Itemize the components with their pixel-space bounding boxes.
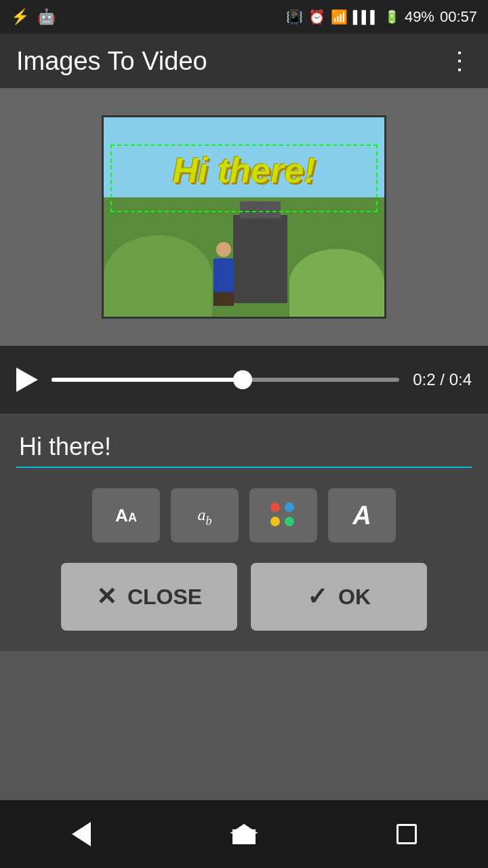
nav-home-button[interactable] <box>217 814 271 854</box>
alarm-icon: ⏰ <box>308 9 325 25</box>
play-button[interactable] <box>16 368 38 392</box>
video-text-overlay: Hi there! <box>117 151 371 190</box>
progress-fill <box>52 378 243 382</box>
nav-back-button[interactable] <box>54 814 108 854</box>
ok-label: OK <box>338 585 371 610</box>
battery-percent: 49% <box>405 8 434 26</box>
hill-right <box>289 249 384 317</box>
font-style-icon: ab <box>198 503 212 528</box>
font-size-button[interactable]: AA <box>92 488 160 542</box>
close-label: CLOSE <box>127 585 202 610</box>
font-size-icon: AA <box>115 505 137 526</box>
nav-bar <box>0 800 488 868</box>
close-icon: ✕ <box>96 583 117 611</box>
ok-button[interactable]: ✓ OK <box>251 563 427 631</box>
recents-icon <box>396 824 417 844</box>
clock: 00:57 <box>440 8 477 26</box>
status-bar: ⚡ 🤖 📳 ⏰ 📶 ▌▌▌ 🔋 49% 00:57 <box>0 0 488 34</box>
action-buttons: ✕ CLOSE ✓ OK <box>0 556 488 651</box>
video-background: Hi there! <box>104 117 384 317</box>
home-icon <box>232 824 256 844</box>
person-body <box>214 258 234 292</box>
progress-track <box>52 378 399 382</box>
text-style-icon: A <box>352 501 371 530</box>
more-menu-button[interactable]: ⋮ <box>447 47 472 75</box>
android-icon: 🤖 <box>37 8 56 26</box>
status-right-icons: 📳 ⏰ 📶 ▌▌▌ 🔋 49% 00:57 <box>286 8 477 26</box>
color-picker-button[interactable] <box>249 488 317 542</box>
hill-left <box>104 235 212 317</box>
time-display: 0:2 / 0:4 <box>413 370 472 389</box>
playback-bar: 0:2 / 0:4 <box>0 346 488 414</box>
close-button[interactable]: ✕ CLOSE <box>61 563 237 631</box>
signal-icon: ▌▌▌ <box>353 10 379 24</box>
monument <box>233 215 287 303</box>
font-style-button[interactable]: ab <box>171 488 239 542</box>
check-icon: ✓ <box>307 583 327 611</box>
app-title: Images To Video <box>16 47 207 76</box>
text-style-button[interactable]: A <box>328 488 396 542</box>
nav-recents-button[interactable] <box>380 814 434 854</box>
wifi-icon: 📶 <box>331 9 348 25</box>
text-input-field[interactable] <box>16 427 472 468</box>
color-dot-yellow <box>270 517 280 526</box>
format-tools: AA ab A <box>0 475 488 556</box>
overlay-text: Hi there! <box>173 151 316 190</box>
app-bar: Images To Video ⋮ <box>0 34 488 88</box>
battery-icon: 🔋 <box>384 9 399 24</box>
progress-bar[interactable] <box>52 378 399 382</box>
vibrate-icon: 📳 <box>286 9 303 25</box>
video-frame: Hi there! <box>102 115 386 319</box>
color-dot-blue <box>285 502 294 512</box>
usb-icon: ⚡ <box>11 8 29 26</box>
person-head <box>216 242 231 257</box>
back-icon <box>72 822 91 846</box>
text-input-section <box>0 414 488 475</box>
status-left-icons: ⚡ 🤖 <box>11 8 56 26</box>
monument-top <box>240 201 281 218</box>
color-picker-icon <box>270 502 296 528</box>
person-legs <box>214 292 234 306</box>
content-spacer <box>0 651 488 800</box>
progress-thumb[interactable] <box>233 370 252 389</box>
video-container: Hi there! <box>0 88 488 346</box>
color-dot-green <box>285 517 294 526</box>
person <box>210 242 237 303</box>
color-dot-red <box>270 502 280 512</box>
